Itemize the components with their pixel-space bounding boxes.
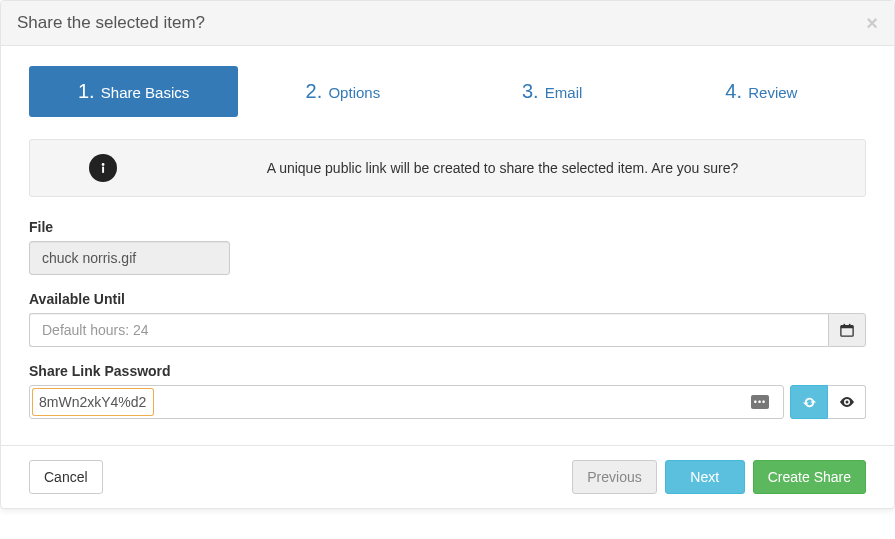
step-number: 2.	[306, 80, 323, 102]
svg-point-1	[102, 163, 105, 166]
wizard-steps: 1. Share Basics 2. Options 3. Email 4. R…	[29, 66, 866, 117]
info-message: A unique public link will be created to …	[158, 160, 847, 176]
svg-rect-5	[849, 324, 851, 327]
file-input	[29, 241, 230, 275]
regenerate-password-icon[interactable]	[790, 385, 828, 419]
step-number: 3.	[522, 80, 539, 102]
calendar-icon[interactable]	[828, 313, 866, 347]
available-until-input[interactable]	[29, 313, 828, 347]
info-icon	[48, 154, 158, 182]
file-group: File	[29, 219, 866, 275]
step-options[interactable]: 2. Options	[238, 66, 447, 117]
step-number: 4.	[725, 80, 742, 102]
svg-point-6	[845, 401, 848, 404]
step-label: Review	[748, 84, 797, 101]
step-number: 1.	[78, 80, 95, 102]
step-share-basics[interactable]: 1. Share Basics	[29, 66, 238, 117]
step-label: Email	[545, 84, 583, 101]
info-banner: A unique public link will be created to …	[29, 139, 866, 197]
show-password-icon[interactable]	[828, 385, 866, 419]
cancel-button[interactable]: Cancel	[29, 460, 103, 494]
available-until-label: Available Until	[29, 291, 866, 307]
step-review[interactable]: 4. Review	[657, 66, 866, 117]
next-button[interactable]: Next	[665, 460, 745, 494]
password-label: Share Link Password	[29, 363, 866, 379]
previous-button[interactable]: Previous	[572, 460, 656, 494]
file-label: File	[29, 219, 866, 235]
step-label: Share Basics	[101, 84, 189, 101]
dialog-body: 1. Share Basics 2. Options 3. Email 4. R…	[1, 46, 894, 445]
close-icon[interactable]: ×	[866, 13, 878, 33]
create-share-button[interactable]: Create Share	[753, 460, 866, 494]
password-strength-icon[interactable]: •••	[751, 395, 769, 409]
available-until-group: Available Until	[29, 291, 866, 347]
password-input[interactable]	[33, 389, 153, 415]
svg-rect-0	[102, 167, 104, 173]
svg-rect-3	[841, 326, 853, 329]
dialog-header: Share the selected item? ×	[1, 1, 894, 46]
dialog-title: Share the selected item?	[17, 13, 205, 33]
dialog-footer: Cancel Previous Next Create Share	[1, 445, 894, 508]
step-label: Options	[328, 84, 380, 101]
step-email[interactable]: 3. Email	[448, 66, 657, 117]
password-group: Share Link Password •••	[29, 363, 866, 419]
share-dialog: Share the selected item? × 1. Share Basi…	[0, 0, 895, 509]
svg-rect-4	[844, 324, 846, 327]
